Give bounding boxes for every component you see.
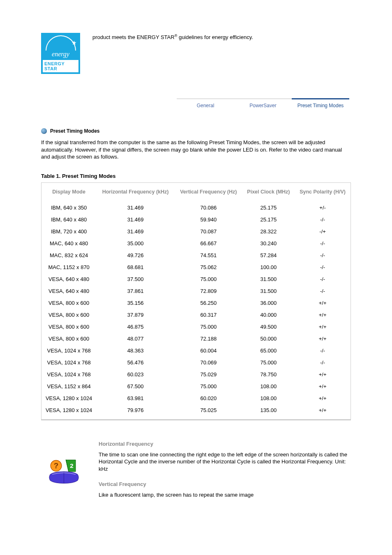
table-row: VESA, 1280 x 102479.97675.025135.00+/+ [42, 404, 350, 416]
cell-vfreq: 70.069 [175, 357, 242, 368]
cell-vfreq: 75.062 [175, 261, 242, 273]
cell-pclk: 108.00 [242, 380, 295, 392]
cell-sync: -/+ [295, 226, 350, 237]
cell-mode: VESA, 800 x 600 [42, 297, 96, 309]
table-row: VESA, 1024 x 76848.36360.00465.000-/- [42, 345, 350, 357]
cell-sync: +/+ [295, 297, 350, 309]
cell-vfreq: 60.317 [175, 309, 242, 321]
cell-vfreq: 66.667 [175, 237, 242, 249]
cell-pclk: 135.00 [242, 404, 295, 416]
table-row: VESA, 800 x 60048.07772.18850.000+/+ [42, 333, 350, 345]
top-text-after: guidelines for energy efficiency. [177, 34, 253, 40]
cell-hfreq: 31.469 [96, 226, 175, 237]
table-row: VESA, 1152 x 86467.50075.000108.00+/+ [42, 380, 350, 392]
cell-hfreq: 35.156 [96, 297, 175, 309]
svg-text:?: ? [53, 461, 58, 470]
cell-mode: VESA, 800 x 600 [42, 309, 96, 321]
cell-mode: VESA, 800 x 600 [42, 333, 96, 345]
cell-mode: MAC, 832 x 624 [42, 249, 96, 261]
logo-label: ENERGY STAR [43, 60, 78, 72]
cell-vfreq: 75.000 [175, 321, 242, 333]
cell-hfreq: 37.861 [96, 285, 175, 297]
top-text-before: product meets the ENERGY STAR [92, 34, 175, 40]
logo-script: energy [52, 51, 69, 58]
col-display-mode: Display Mode [42, 183, 96, 202]
vertical-frequency-paragraph: Like a fluorescent lamp, the screen has … [99, 491, 351, 499]
cell-vfreq: 70.086 [175, 202, 242, 214]
section-title: Preset Timing Modes [50, 128, 99, 134]
cell-mode: VESA, 640 x 480 [42, 273, 96, 285]
cell-hfreq: 31.469 [96, 202, 175, 214]
svg-text:2: 2 [70, 462, 73, 469]
horizontal-frequency-paragraph: The time to scan one line connecting the… [99, 451, 351, 473]
table-row: VESA, 800 x 60046.87575.00049.500+/+ [42, 321, 350, 333]
cell-hfreq: 48.077 [96, 333, 175, 345]
table-row: VESA, 640 x 48037.50075.00031.500-/- [42, 273, 350, 285]
cell-vfreq: 59.940 [175, 214, 242, 226]
table-row: VESA, 1024 x 76856.47670.06975.000-/- [42, 357, 350, 368]
cell-hfreq: 31.469 [96, 214, 175, 226]
tab-general[interactable]: General [177, 98, 234, 112]
cell-mode: VESA, 1024 x 768 [42, 345, 96, 357]
table-row: IBM, 640 x 35031.46970.08625.175+/- [42, 202, 350, 214]
table-row: VESA, 1024 x 76860.02375.02978.750+/+ [42, 368, 350, 380]
cell-mode: MAC, 640 x 480 [42, 237, 96, 249]
definitions-icon: ? 2 [41, 441, 86, 490]
col-pixel-clock: Pixel Clock (MHz) [242, 183, 295, 202]
cell-hfreq: 37.879 [96, 309, 175, 321]
cell-hfreq: 63.981 [96, 392, 175, 404]
cell-sync: -/- [295, 237, 350, 249]
cell-pclk: 75.000 [242, 357, 295, 368]
table-row: MAC, 832 x 62449.72674.55157.284-/- [42, 249, 350, 261]
cell-pclk: 100.00 [242, 261, 295, 273]
cell-mode: VESA, 640 x 480 [42, 285, 96, 297]
intro-paragraph: If the signal transferred from the compu… [41, 139, 351, 161]
cell-vfreq: 56.250 [175, 297, 242, 309]
cell-hfreq: 79.976 [96, 404, 175, 416]
table-row: VESA, 640 x 48037.86172.80931.500-/- [42, 285, 350, 297]
cell-pclk: 50.000 [242, 333, 295, 345]
table-row: IBM, 720 x 40031.46970.08728.322-/+ [42, 226, 350, 237]
cell-pclk: 108.00 [242, 392, 295, 404]
top-text: product meets the ENERGY STAR® guideline… [92, 33, 351, 40]
cell-pclk: 57.284 [242, 249, 295, 261]
table-row: VESA, 800 x 60035.15656.25036.000+/+ [42, 297, 350, 309]
cell-mode: VESA, 1280 x 1024 [42, 392, 96, 404]
cell-mode: VESA, 1152 x 864 [42, 380, 96, 392]
table-row: VESA, 1280 x 102463.98160.020108.00+/+ [42, 392, 350, 404]
cell-sync: +/+ [295, 321, 350, 333]
cell-vfreq: 70.087 [175, 226, 242, 237]
cell-mode: MAC, 1152 x 870 [42, 261, 96, 273]
col-vertical-frequency: Vertical Frequency (Hz) [175, 183, 242, 202]
cell-hfreq: 67.500 [96, 380, 175, 392]
cell-sync: -/- [295, 261, 350, 273]
cell-mode: VESA, 1280 x 1024 [42, 404, 96, 416]
table-row: IBM, 640 x 48031.46959.94025.175-/- [42, 214, 350, 226]
cell-sync: -/- [295, 345, 350, 357]
table-row: VESA, 800 x 60037.87960.31740.000+/+ [42, 309, 350, 321]
table-caption: Table 1. Preset Timing Modes [41, 173, 351, 179]
cell-pclk: 65.000 [242, 345, 295, 357]
energy-star-logo: ★ energy ENERGY STAR [41, 33, 80, 74]
cell-mode: VESA, 1024 x 768 [42, 368, 96, 380]
cell-sync: +/- [295, 202, 350, 214]
col-horizontal-frequency: Horizontal Frequency (kHz) [96, 183, 175, 202]
cell-pclk: 49.500 [242, 321, 295, 333]
cell-sync: -/- [295, 273, 350, 285]
vertical-frequency-heading: Vertical Frequency [99, 481, 351, 487]
cell-vfreq: 60.020 [175, 392, 242, 404]
bullet-icon [41, 128, 47, 134]
cell-pclk: 31.500 [242, 285, 295, 297]
tab-preset-timing-modes[interactable]: Preset Timing Modes [292, 98, 349, 112]
cell-sync: +/+ [295, 380, 350, 392]
cell-sync: -/- [295, 249, 350, 261]
cell-mode: IBM, 640 x 480 [42, 214, 96, 226]
cell-sync: -/- [295, 214, 350, 226]
cell-pclk: 25.175 [242, 214, 295, 226]
tab-powersaver[interactable]: PowerSaver [234, 98, 292, 112]
cell-hfreq: 46.875 [96, 321, 175, 333]
cell-pclk: 78.750 [242, 368, 295, 380]
cell-hfreq: 49.726 [96, 249, 175, 261]
cell-sync: +/+ [295, 392, 350, 404]
cell-vfreq: 75.000 [175, 273, 242, 285]
